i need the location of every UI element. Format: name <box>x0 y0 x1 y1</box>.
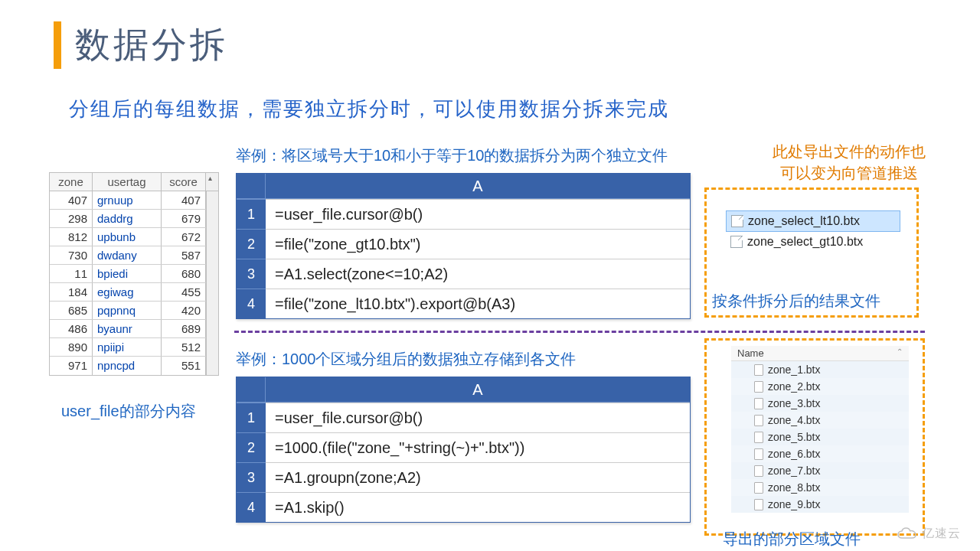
file-item[interactable]: zone_1.btx <box>731 361 909 378</box>
td-score: 689 <box>162 320 206 337</box>
file-icon <box>754 499 763 510</box>
table-row: 730dwdany587 <box>50 246 206 265</box>
td-score: 512 <box>162 338 206 356</box>
td-score: 680 <box>162 265 206 282</box>
row-number: 3 <box>237 259 266 289</box>
file-item[interactable]: zone_7.btx <box>731 462 909 479</box>
slide-title: 数据分拆 <box>75 21 228 69</box>
file-item[interactable]: zone_select_gt10.btx <box>726 232 900 252</box>
output-filelist-2: Name ⌃ zone_1.btxzone_2.btxzone_3.btxzon… <box>731 346 909 513</box>
table-row: 407grnuup407 <box>50 191 206 210</box>
file-icon <box>754 398 763 409</box>
td-zone: 812 <box>50 228 93 246</box>
scroll-up-arrow-icon[interactable]: ▴ <box>206 173 218 191</box>
file-item[interactable]: zone_8.btx <box>731 479 909 496</box>
code2-col-header: A <box>266 377 690 403</box>
code-cell: =user_file.cursor@b() <box>266 199 690 229</box>
file-item[interactable]: zone_select_lt10.btx <box>726 210 900 232</box>
file-icon <box>754 381 763 393</box>
filelist2-caption: 导出的部分区域文件 <box>723 529 861 549</box>
td-usertag: daddrg <box>93 210 162 227</box>
filelist1-caption: 按条件拆分后的结果文件 <box>712 291 880 311</box>
file-name: zone_8.btx <box>768 480 821 495</box>
table-row: 486byaunr689 <box>50 320 206 338</box>
td-zone: 890 <box>50 338 93 356</box>
td-zone: 685 <box>50 302 93 319</box>
table-row: 812upbunb672 <box>50 228 206 246</box>
export-note-line1: 此处导出文件的动作也 <box>741 141 957 162</box>
code-row: 4=file("zone_lt10.btx").export@b(A3) <box>237 289 690 318</box>
data-sample-caption: user_file的部分内容 <box>61 401 196 422</box>
td-zone: 184 <box>50 283 93 301</box>
code-cell: =user_file.cursor@b() <box>266 403 690 432</box>
td-usertag: grnuup <box>93 191 162 209</box>
td-score: 679 <box>162 210 206 227</box>
filelist2-header-label: Name <box>737 347 764 359</box>
example1-label: 举例：将区域号大于10和小于等于10的数据拆分为两个独立文件 <box>236 145 668 166</box>
td-usertag: npncpd <box>93 357 162 375</box>
file-name: zone_6.btx <box>768 446 821 461</box>
row-number: 1 <box>237 199 266 229</box>
filelist2-header[interactable]: Name ⌃ <box>731 346 909 361</box>
code-row: 1=user_file.cursor@b() <box>237 403 690 432</box>
code-row: 3=A1.select(zone<=10;A2) <box>237 259 690 289</box>
code-cell: =1000.(file("zone_"+string(~)+".btx")) <box>266 432 690 462</box>
file-icon <box>754 465 763 477</box>
file-name: zone_9.btx <box>768 497 821 512</box>
file-icon <box>754 482 763 494</box>
file-name: zone_4.btx <box>768 412 821 428</box>
code-cell: =A1.groupn(zone;A2) <box>266 462 690 492</box>
vertical-scrollbar[interactable] <box>206 191 218 375</box>
td-zone: 407 <box>50 191 93 209</box>
cloud-icon <box>897 527 918 541</box>
td-usertag: upbunb <box>93 228 162 246</box>
file-name: zone_3.btx <box>768 396 821 411</box>
file-name: zone_select_lt10.btx <box>748 214 860 228</box>
code-row: 3=A1.groupn(zone;A2) <box>237 462 690 492</box>
file-item[interactable]: zone_2.btx <box>731 378 909 395</box>
file-name: zone_select_gt10.btx <box>747 235 863 249</box>
row-number: 4 <box>237 492 266 522</box>
export-note: 此处导出文件的动作也 可以变为向管道推送 <box>741 141 957 184</box>
table-row: 11bpiedi680 <box>50 265 206 283</box>
td-usertag: byaunr <box>93 320 162 337</box>
td-zone: 730 <box>50 246 93 264</box>
file-item[interactable]: zone_5.btx <box>731 429 909 445</box>
td-zone: 971 <box>50 357 93 375</box>
file-name: zone_5.btx <box>768 429 821 445</box>
td-usertag: egiwag <box>93 283 162 301</box>
td-usertag: bpiedi <box>93 265 162 282</box>
code-row: 2=file("zone_gt10.btx") <box>237 229 690 259</box>
file-icon <box>754 448 763 460</box>
file-item[interactable]: zone_3.btx <box>731 395 909 412</box>
file-item[interactable]: zone_9.btx <box>731 496 909 513</box>
table-row: 890npiipi512 <box>50 338 206 357</box>
example2-label: 举例：1000个区域分组后的数据独立存储到各文件 <box>236 349 577 370</box>
file-icon <box>754 432 763 443</box>
code1-col-header: A <box>266 174 690 199</box>
table-row: 971npncpd551 <box>50 357 206 375</box>
file-name: zone_2.btx <box>768 379 821 394</box>
code-table-1: A 1=user_file.cursor@b()2=file("zone_gt1… <box>236 173 691 319</box>
td-score: 420 <box>162 302 206 319</box>
watermark: 亿速云 <box>897 526 961 542</box>
table-row: 298daddrg679 <box>50 210 206 228</box>
td-score: 672 <box>162 228 206 246</box>
file-name: zone_1.btx <box>768 362 821 377</box>
td-score: 407 <box>162 191 206 209</box>
file-item[interactable]: zone_4.btx <box>731 412 909 429</box>
title-accent-bar <box>54 21 61 69</box>
td-zone: 486 <box>50 320 93 337</box>
watermark-text: 亿速云 <box>922 526 961 542</box>
table-header-row: zone usertag score ▴ <box>50 173 218 191</box>
slide-title-wrap: 数据分拆 <box>54 21 228 69</box>
td-zone: 298 <box>50 210 93 227</box>
file-item[interactable]: zone_6.btx <box>731 445 909 462</box>
table-row: 685pqpnnq420 <box>50 302 206 320</box>
file-icon <box>754 364 763 376</box>
code1-corner <box>237 174 266 199</box>
file-icon <box>730 236 743 248</box>
td-score: 455 <box>162 283 206 301</box>
th-score: score <box>162 173 206 191</box>
data-sample-table: zone usertag score ▴ 407grnuup407298dadd… <box>49 172 219 376</box>
